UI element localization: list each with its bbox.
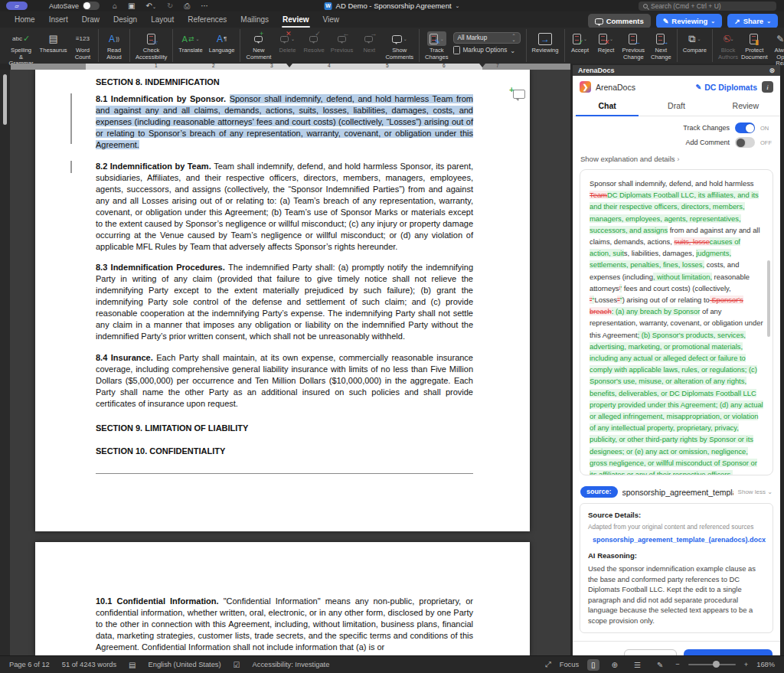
next-change-button[interactable]: →Next Change bbox=[648, 30, 675, 62]
redo-icon[interactable]: ↻ bbox=[167, 2, 173, 10]
document-page-2[interactable]: 10.1 Confidential Information. "Confiden… bbox=[35, 542, 530, 655]
zoom-slider[interactable] bbox=[688, 664, 736, 666]
document-paragraph: 8.1 Indemnification by Sponsor. Sponsor … bbox=[96, 93, 473, 151]
zoom-slider-thumb[interactable] bbox=[713, 661, 720, 668]
horizontal-ruler[interactable]: 1234567 bbox=[11, 64, 570, 70]
toggle-state: OFF bbox=[760, 139, 773, 146]
read-aloud-button[interactable]: A))Read Aloud bbox=[101, 30, 127, 62]
ribbon-tab-view[interactable]: View bbox=[316, 13, 347, 26]
previous-change-button[interactable]: ←Previous Change bbox=[619, 30, 648, 62]
comments-button[interactable]: Comments bbox=[588, 14, 651, 28]
status-bar: Page 6 of 12 51 of 4243 words ▤ English … bbox=[0, 655, 784, 673]
ribbon-tab-mailings[interactable]: Mailings bbox=[234, 13, 276, 26]
markup-options-button[interactable]: Markup Options⌄ bbox=[453, 46, 521, 54]
protect-document-button[interactable]: ▮Protect Document bbox=[741, 30, 768, 62]
team-link[interactable]: ✎DC Diplomats bbox=[696, 83, 757, 92]
unchanged-text-run: Sponsor shall indemnify, defend, and hol… bbox=[590, 179, 754, 188]
zoom-level[interactable]: 168% bbox=[756, 661, 775, 668]
app-icon[interactable]: ▱ bbox=[6, 2, 28, 10]
language-button[interactable]: A¶Language bbox=[206, 30, 238, 56]
zoom-out-button[interactable]: − bbox=[675, 661, 679, 668]
add-comment-toggle[interactable] bbox=[735, 137, 755, 148]
translate-button[interactable]: A⇄⌄Translate bbox=[175, 30, 205, 56]
word-count-button[interactable]: ≡123Word Count bbox=[70, 30, 96, 62]
document-page-1[interactable]: SECTION 8. INDEMNIFICATION8.1 Indemnific… bbox=[35, 70, 530, 531]
panel-tab-review[interactable]: Review bbox=[711, 96, 780, 116]
delete-icon: ✕⌄ bbox=[278, 31, 297, 46]
ribbon-tab-layout[interactable]: Layout bbox=[144, 13, 181, 26]
source-filename[interactable]: sponsorship_agreement_template... bbox=[622, 488, 733, 497]
check-accessibility-button[interactable]: ☆Check Accessibility bbox=[132, 30, 170, 62]
indent-marker[interactable] bbox=[286, 64, 292, 67]
proofing-icon[interactable]: ▤ bbox=[129, 661, 136, 669]
ribbon-tab-draw[interactable]: Draw bbox=[75, 13, 106, 26]
right-indent-marker[interactable] bbox=[479, 64, 485, 67]
ribbon-group: ⧉⌄Compare bbox=[678, 29, 713, 62]
draft-view-icon[interactable]: ✎ bbox=[653, 659, 667, 671]
ribbon-group: abc✓Spelling & Grammar▤Thesaurus≡123Word… bbox=[3, 29, 99, 62]
web-layout-view-icon[interactable]: ⊕ bbox=[608, 659, 622, 671]
page-indicator[interactable]: Page 6 of 12 bbox=[9, 661, 50, 668]
unchanged-text-run: s, liabilities, damages, bbox=[624, 249, 696, 257]
share-icon: ↗ bbox=[734, 18, 740, 25]
ribbon-group: +New Comment✕⌄Delete✓Resolve←Previous→Ne… bbox=[240, 29, 420, 62]
show-explanation-link[interactable]: Show explanation and details › bbox=[573, 149, 780, 163]
track-changes-label: Track Changes bbox=[683, 124, 730, 132]
zoom-in-button[interactable]: + bbox=[744, 661, 748, 668]
new-comment-indicator-icon[interactable] bbox=[513, 90, 525, 99]
word-count-indicator[interactable]: 51 of 4243 words bbox=[62, 661, 116, 668]
ribbon-group: A⇄⌄TranslateA¶Language bbox=[173, 29, 240, 62]
ribbon-group: →Reviewing bbox=[527, 29, 565, 62]
word-window: ▱ AutoSave ⌂ ▣ ↶⌄ ↻ ⎙ ⋯ W AD Demo - Spon… bbox=[0, 0, 784, 673]
show-comments-button[interactable]: ⌄Show Comments bbox=[382, 30, 416, 62]
save-icon[interactable]: ▣ bbox=[128, 2, 135, 10]
accessibility-status[interactable]: Accessibility: Investigate bbox=[253, 661, 330, 668]
document-paragraph: 10.1 Confidential Information. "Confiden… bbox=[96, 596, 473, 653]
track-changes-button[interactable]: ✎⌄ Track Changes bbox=[422, 30, 451, 62]
ribbon-tab-design[interactable]: Design bbox=[106, 13, 144, 26]
tracked-changes-preview[interactable]: Sponsor shall indemnify, defend, and hol… bbox=[580, 169, 773, 475]
info-button[interactable]: i bbox=[762, 81, 773, 93]
source-file-link[interactable]: sponsorship_agreement_template_(arenadoc… bbox=[593, 536, 765, 544]
print-icon[interactable]: ⎙ bbox=[184, 2, 190, 10]
print-layout-view-icon[interactable]: ▯ bbox=[587, 659, 599, 671]
arenadocs-logo: ❯ bbox=[580, 81, 591, 93]
undo-icon[interactable]: ↶⌄ bbox=[146, 2, 156, 10]
language-indicator[interactable]: English (United States) bbox=[149, 661, 221, 668]
reviewing-button[interactable]: →Reviewing bbox=[529, 30, 562, 56]
markup-view-select[interactable]: All Markup ⌃⌄ bbox=[453, 32, 521, 44]
home-icon[interactable]: ⌂ bbox=[113, 2, 117, 10]
delete-button: ✕⌄Delete bbox=[274, 30, 300, 56]
show-less-link[interactable]: Show less ⌄ bbox=[738, 488, 773, 495]
panel-tab-draft[interactable]: Draft bbox=[642, 96, 710, 116]
ribbon-tab-references[interactable]: References bbox=[181, 13, 234, 26]
accept-button[interactable]: ✓⌄Accept bbox=[567, 30, 593, 56]
reject-button[interactable]: ✕⌄Reject bbox=[593, 30, 619, 56]
reviewing-mode-button[interactable]: ✎ Reviewing⌄ bbox=[656, 14, 722, 28]
ribbon-tab-insert[interactable]: Insert bbox=[42, 13, 75, 26]
new-comment-button[interactable]: +New Comment bbox=[243, 30, 274, 62]
document-title[interactable]: AD Demo - Sponsorship Agreement bbox=[336, 2, 452, 10]
vertical-scrollbar[interactable] bbox=[3, 74, 7, 125]
panel-tab-chat[interactable]: Chat bbox=[573, 96, 642, 116]
track-changes-toggle[interactable] bbox=[735, 123, 755, 133]
comment-bubble-icon bbox=[595, 18, 603, 25]
ribbon-tab-home[interactable]: Home bbox=[8, 13, 42, 26]
document-paragraph: 8.3 Indemnification Procedures. The inde… bbox=[96, 262, 473, 342]
search-input[interactable]: Search (Cmd + Ctrl + U) bbox=[639, 2, 776, 11]
more-icon[interactable]: ⋯ bbox=[201, 2, 208, 10]
outline-view-icon[interactable]: ☰ bbox=[630, 659, 645, 671]
focus-button[interactable]: Focus bbox=[560, 661, 579, 668]
compare-button[interactable]: ⧉⌄Compare bbox=[680, 30, 710, 56]
resolve-icon: ✓ bbox=[307, 31, 321, 46]
share-button[interactable]: ↗ Share⌄ bbox=[727, 14, 778, 28]
ai-reasoning-heading: AI Reasoning: bbox=[588, 551, 765, 560]
trackbox-scrollbar[interactable] bbox=[767, 260, 770, 337]
source-pill: source: bbox=[580, 486, 618, 498]
ribbon-tab-review[interactable]: Review bbox=[276, 13, 315, 26]
title-chevron-icon[interactable]: ⌄ bbox=[456, 3, 460, 9]
panel-close-icon[interactable]: ⊗ bbox=[769, 67, 775, 74]
thesaurus-button[interactable]: ▤Thesaurus bbox=[37, 30, 70, 56]
ribbon-group-tracking: ✎⌄ Track Changes All Markup ⌃⌄ Markup Op… bbox=[420, 29, 526, 62]
autosave-toggle[interactable] bbox=[83, 2, 100, 10]
